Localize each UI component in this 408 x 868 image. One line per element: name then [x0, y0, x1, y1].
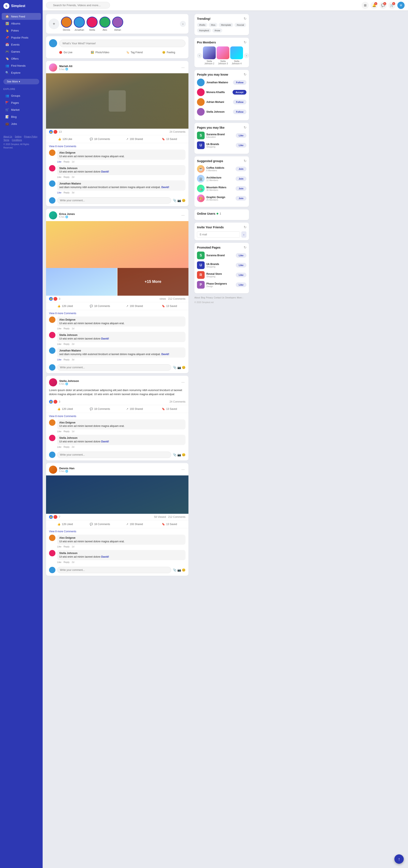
add-story-button[interactable]: + — [49, 19, 59, 29]
sidebar-item-pages[interactable]: 🚩 Pages — [2, 99, 41, 106]
like-button-3[interactable]: 👍 126 Liked — [48, 406, 83, 412]
comment-like-alex-4[interactable]: Like — [57, 545, 61, 548]
like-suranna-button[interactable]: Like — [236, 133, 246, 138]
notifications-button[interactable]: 🔔 1 — [371, 2, 378, 9]
tag-social[interactable]: #social — [234, 23, 246, 27]
comment-reply-stella-3[interactable]: Reply — [63, 445, 69, 448]
feeling-button[interactable]: 😊 Feeling — [152, 50, 185, 55]
post-more-button-1[interactable]: ··· — [180, 65, 185, 71]
cart-button[interactable]: 🛒 1 — [388, 2, 396, 9]
comment-button-3[interactable]: 💬 18 Comments — [83, 406, 117, 412]
like-promoted-reveal-button[interactable]: Like — [236, 273, 246, 277]
follow-adrian-button[interactable]: Follow — [233, 100, 246, 104]
comment-reply-alex-4[interactable]: Reply — [63, 545, 69, 548]
emoji-icon-3[interactable]: 😊 — [182, 453, 185, 457]
accept-monera-button[interactable]: Accept — [233, 90, 246, 95]
camera-icon-3[interactable]: 📷 — [177, 453, 181, 457]
pro-member-2[interactable]: Stella Johnson 3 — [216, 46, 229, 65]
attach-icon-4[interactable]: 📎 — [173, 568, 176, 572]
footer-link-more[interactable]: More ↓ — [237, 296, 243, 300]
tag-tos[interactable]: #tos — [209, 23, 217, 27]
sidebar-item-games[interactable]: 🎮 Games — [2, 48, 41, 55]
photo-video-button[interactable]: 🖼️ Photo/Video — [83, 50, 117, 55]
footer-link-privacy[interactable]: Privacy Policy — [24, 135, 37, 138]
story-item-alex[interactable]: Alex — [99, 17, 110, 31]
sidebar-item-groups[interactable]: 👥 Groups — [2, 92, 41, 99]
fab-button[interactable]: ↑ — [395, 855, 404, 864]
write-comment-input-2[interactable] — [57, 364, 171, 371]
camera-icon-1[interactable]: 📷 — [177, 199, 181, 202]
user-avatar[interactable]: U — [397, 2, 405, 9]
invite-email-input[interactable] — [197, 231, 240, 238]
comment-like-jonathan-1[interactable]: Like — [57, 191, 61, 194]
like-button-1[interactable]: 👍 126 Like — [48, 136, 83, 142]
pages-refresh-button[interactable]: ↻ — [244, 125, 246, 129]
join-coffee-button[interactable]: Join — [236, 166, 246, 171]
like-button-4[interactable]: 👍 126 Liked — [48, 521, 83, 527]
tag-simplest[interactable]: #simplest — [197, 28, 211, 33]
comment-reply-alex-3[interactable]: Reply — [63, 430, 69, 433]
tag-template[interactable]: #template — [219, 23, 233, 27]
sidebar-item-pokes[interactable]: 👆 Pokes — [2, 27, 41, 34]
messages-button[interactable]: 💬 1 — [379, 2, 387, 9]
view-more-2[interactable]: View 8 more Comments — [49, 312, 185, 315]
comment-like-stella-3[interactable]: Like — [57, 445, 61, 448]
sidebar-item-events[interactable]: 📅 Events — [2, 41, 41, 48]
comment-button-2[interactable]: 💬 18 Comments — [83, 303, 117, 309]
emoji-icon-2[interactable]: 😊 — [182, 366, 185, 369]
like-button-2[interactable]: 👍 126 Liked — [48, 303, 83, 309]
comment-button-1[interactable]: 💬 18 Comments — [83, 136, 117, 142]
view-more-1[interactable]: View 8 more Comments — [49, 145, 185, 148]
save-button-3[interactable]: 🔖 13 Saved — [152, 406, 187, 412]
emoji-icon-4[interactable]: 😊 — [182, 568, 185, 572]
camera-icon-4[interactable]: 📷 — [177, 568, 181, 572]
sidebar-logo[interactable]: S Simplest — [0, 0, 42, 12]
comment-reply-jonathan-1[interactable]: Reply — [63, 191, 69, 194]
comment-like-alex-3[interactable]: Like — [57, 430, 61, 433]
grid-view-button[interactable]: ⊞ — [361, 2, 369, 9]
like-promoted-uk-button[interactable]: Like — [236, 263, 246, 268]
pro-members-refresh-button[interactable]: ↻ — [244, 40, 246, 44]
camera-icon-2[interactable]: 📷 — [177, 366, 181, 369]
promoted-pages-refresh-button[interactable]: ↻ — [244, 245, 246, 249]
footer-link-contact[interactable]: Contact Us — [214, 296, 224, 300]
create-post-input[interactable] — [59, 40, 185, 47]
attach-icon-2[interactable]: 📎 — [173, 366, 176, 369]
comment-like-jonathan-2[interactable]: Like — [57, 358, 61, 361]
comment-like-alex-2[interactable]: Like — [57, 327, 61, 330]
comment-like-stella-1[interactable]: Like — [57, 176, 61, 178]
pro-member-1[interactable]: Stella Johnson 2 — [203, 46, 216, 65]
save-button-4[interactable]: 🔖 13 Saved — [152, 521, 187, 527]
pro-members-prev-button[interactable]: ‹ — [197, 53, 202, 58]
groups-refresh-button[interactable]: ↻ — [244, 159, 246, 163]
comment-reply-jonathan-2[interactable]: Reply — [63, 358, 69, 361]
attach-icon-1[interactable]: 📎 — [173, 199, 176, 202]
share-button-3[interactable]: ↗ 193 Shared — [117, 406, 152, 412]
pro-member-3[interactable]: Stella Johnson 4 — [230, 46, 243, 65]
tag-hello[interactable]: #hello — [197, 23, 207, 27]
footer-link-setting[interactable]: Setting — [15, 135, 21, 138]
footer-link-developers[interactable]: Developers — [225, 296, 236, 300]
follow-stella-button[interactable]: Follow — [233, 110, 246, 114]
stories-next-button[interactable]: › — [180, 21, 186, 27]
sidebar-item-market[interactable]: 🛒 Market — [2, 106, 41, 113]
sidebar-item-offers[interactable]: 🏷️ Offers — [2, 55, 41, 62]
story-item-adrian[interactable]: Adrian — [112, 17, 123, 31]
like-promoted-phase-button[interactable]: Like — [236, 282, 246, 287]
save-button-1[interactable]: 🔖 13 Saved — [152, 136, 187, 142]
comment-reply-stella-2[interactable]: Reply — [63, 343, 69, 345]
sidebar-item-blog[interactable]: 📝 Blog — [2, 113, 41, 120]
go-live-button[interactable]: 🔴 Go Live — [49, 50, 83, 55]
pro-members-next-button[interactable]: › — [244, 53, 249, 58]
story-item-dennis[interactable]: Dennis — [61, 17, 72, 31]
comment-like-alex-1[interactable]: Like — [57, 160, 61, 163]
join-architecture-button[interactable]: Join — [236, 176, 246, 181]
story-item-jonathan[interactable]: Jonathan — [74, 17, 85, 31]
footer-link-blog[interactable]: Blog — [201, 296, 205, 300]
footer-link-conditions[interactable]: Conditions — [12, 139, 22, 141]
share-button-1[interactable]: ↗ 193 Shared — [117, 136, 152, 142]
write-comment-input-4[interactable] — [57, 567, 171, 573]
like-promoted-suranna-button[interactable]: Like — [236, 253, 246, 258]
sidebar-item-albums[interactable]: 🖼️ Albums — [2, 20, 41, 27]
comment-reply-stella-1[interactable]: Reply — [63, 176, 69, 178]
